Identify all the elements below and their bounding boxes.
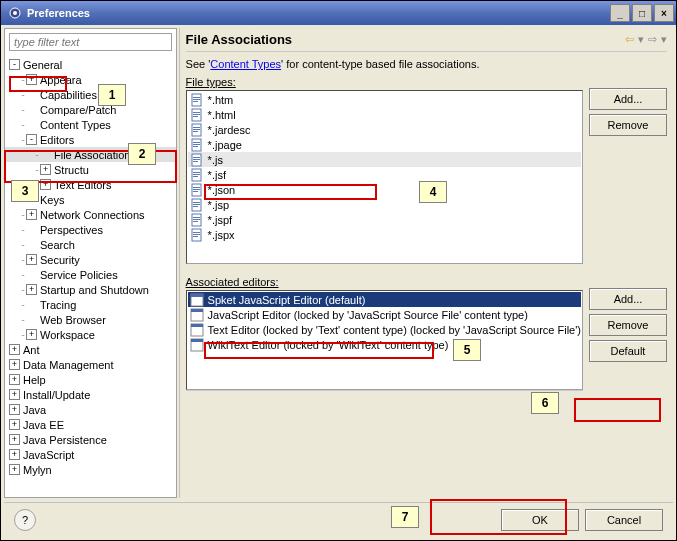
- filetype-label: *.jardesc: [208, 124, 251, 136]
- filetypes-list[interactable]: *.htm*.html*.jardesc*.jpage*.js*.jsf*.js…: [186, 90, 583, 264]
- editor-label: WikiText Editor (locked by 'WikiText' co…: [208, 339, 449, 351]
- close-button[interactable]: ×: [654, 4, 674, 22]
- tree-item-label: Perspectives: [40, 224, 103, 236]
- filetype-label: *.htm: [208, 94, 234, 106]
- svg-rect-16: [193, 144, 200, 145]
- maximize-button[interactable]: □: [632, 4, 652, 22]
- content-types-link[interactable]: Content Types: [210, 58, 281, 70]
- horizontal-scrollbar[interactable]: [186, 390, 583, 406]
- svg-rect-32: [193, 204, 200, 205]
- editor-icon: [190, 293, 204, 307]
- editor-item[interactable]: JavaScript Editor (locked by 'JavaScript…: [188, 307, 581, 322]
- back-icon[interactable]: ⇦: [625, 33, 634, 46]
- tree-item[interactable]: ··Compare/Patch: [5, 102, 176, 117]
- svg-rect-33: [193, 206, 198, 207]
- svg-rect-9: [193, 116, 198, 117]
- svg-rect-49: [191, 339, 203, 342]
- filetype-item[interactable]: *.json: [188, 182, 581, 197]
- filetypes-add-button[interactable]: Add...: [589, 88, 667, 110]
- tree-item[interactable]: ··+Structu: [5, 162, 176, 177]
- svg-rect-35: [193, 217, 200, 218]
- tree-item[interactable]: +Ant: [5, 342, 176, 357]
- forward-icon[interactable]: ⇨: [648, 33, 657, 46]
- filetype-item[interactable]: *.jspf: [188, 212, 581, 227]
- editor-item[interactable]: Text Editor (locked by 'Text' content ty…: [188, 322, 581, 337]
- tree-item[interactable]: +Help: [5, 372, 176, 387]
- ok-button[interactable]: OK: [501, 509, 579, 531]
- tree-item-label: General: [23, 59, 62, 71]
- filetype-item[interactable]: *.js: [188, 152, 581, 167]
- editors-label: Associated editors:: [186, 276, 667, 288]
- preferences-tree[interactable]: -General··+Appeara··Capabilities··Compar…: [5, 55, 176, 497]
- tree-item[interactable]: +Java: [5, 402, 176, 417]
- tree-item-label: Security: [40, 254, 80, 266]
- tree-item[interactable]: ··File Associations: [5, 147, 176, 162]
- svg-rect-43: [191, 294, 203, 297]
- file-icon: [190, 93, 204, 107]
- help-button[interactable]: ?: [14, 509, 36, 531]
- file-icon: [190, 123, 204, 137]
- nav-arrows: ⇦ ▾ ⇨ ▾: [625, 33, 667, 46]
- tree-item-label: Web Browser: [40, 314, 106, 326]
- editors-list[interactable]: Spket JavaScript Editor (default)JavaScr…: [186, 290, 583, 390]
- tree-item[interactable]: +Java Persistence: [5, 432, 176, 447]
- tree-item[interactable]: -General: [5, 57, 176, 72]
- tree-item-label: Network Connections: [40, 209, 145, 221]
- tree-item[interactable]: ··Content Types: [5, 117, 176, 132]
- svg-rect-15: [193, 142, 200, 143]
- editor-item[interactable]: WikiText Editor (locked by 'WikiText' co…: [188, 337, 581, 352]
- window-title: Preferences: [27, 7, 610, 19]
- tree-item-label: Java: [23, 404, 46, 416]
- svg-rect-23: [193, 172, 200, 173]
- window-controls: _ □ ×: [610, 4, 674, 22]
- tree-item[interactable]: +Data Management: [5, 357, 176, 372]
- tree-item-label: Startup and Shutdown: [40, 284, 149, 296]
- svg-rect-5: [193, 101, 198, 102]
- svg-rect-11: [193, 127, 200, 128]
- editors-default-button[interactable]: Default: [589, 340, 667, 362]
- tree-item[interactable]: ··Tracing: [5, 297, 176, 312]
- filetype-item[interactable]: *.jsp: [188, 197, 581, 212]
- filetype-item[interactable]: *.htm: [188, 92, 581, 107]
- tree-item[interactable]: ··+Startup and Shutdown: [5, 282, 176, 297]
- tree-item[interactable]: +Java EE: [5, 417, 176, 432]
- editor-item[interactable]: Spket JavaScript Editor (default): [188, 292, 581, 307]
- filetype-item[interactable]: *.jpage: [188, 137, 581, 152]
- tree-item-label: Mylyn: [23, 464, 52, 476]
- filetype-item[interactable]: *.jspx: [188, 227, 581, 242]
- filetypes-remove-button[interactable]: Remove: [589, 114, 667, 136]
- dialog-button-bar: ? OK Cancel: [4, 502, 673, 537]
- tree-item[interactable]: ··Capabilities: [5, 87, 176, 102]
- minimize-button[interactable]: _: [610, 4, 630, 22]
- file-icon: [190, 138, 204, 152]
- editors-add-button[interactable]: Add...: [589, 288, 667, 310]
- tree-item[interactable]: ··Service Policies: [5, 267, 176, 282]
- svg-rect-37: [193, 221, 198, 222]
- tree-item[interactable]: ··+Workspace: [5, 327, 176, 342]
- tree-item[interactable]: ··Keys: [5, 192, 176, 207]
- tree-item[interactable]: ··Search: [5, 237, 176, 252]
- cancel-button[interactable]: Cancel: [585, 509, 663, 531]
- tree-item[interactable]: +Install/Update: [5, 387, 176, 402]
- editors-remove-button[interactable]: Remove: [589, 314, 667, 336]
- svg-rect-29: [193, 191, 198, 192]
- file-icon: [190, 153, 204, 167]
- filetype-item[interactable]: *.jardesc: [188, 122, 581, 137]
- tree-item[interactable]: ··Web Browser: [5, 312, 176, 327]
- tree-item[interactable]: ··+Text Editors: [5, 177, 176, 192]
- tree-item[interactable]: ··Perspectives: [5, 222, 176, 237]
- filetype-label: *.js: [208, 154, 223, 166]
- tree-item[interactable]: ··+Appeara: [5, 72, 176, 87]
- tree-item[interactable]: ··+Security: [5, 252, 176, 267]
- tree-item[interactable]: ··-Editors: [5, 132, 176, 147]
- tree-item[interactable]: +JavaScript: [5, 447, 176, 462]
- filetype-item[interactable]: *.html: [188, 107, 581, 122]
- file-associations-panel: File Associations ⇦ ▾ ⇨ ▾ See 'Content T…: [179, 28, 673, 498]
- file-icon: [190, 198, 204, 212]
- tree-item[interactable]: +Mylyn: [5, 462, 176, 477]
- file-icon: [190, 108, 204, 122]
- svg-rect-40: [193, 234, 200, 235]
- tree-item[interactable]: ··+Network Connections: [5, 207, 176, 222]
- filetype-item[interactable]: *.jsf: [188, 167, 581, 182]
- filter-input[interactable]: [9, 33, 172, 51]
